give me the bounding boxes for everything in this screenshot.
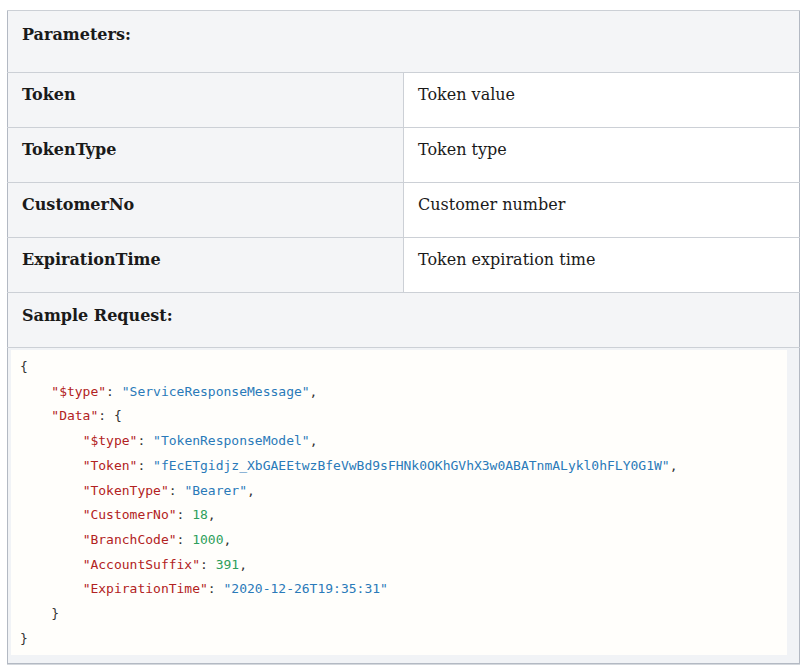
documentation-section: Parameters: Token Token value TokenType … bbox=[0, 0, 808, 671]
sample-request-code-row: { "$type": "ServiceResponseMessage", "Da… bbox=[8, 348, 800, 664]
parameters-header-row: Parameters: bbox=[8, 11, 800, 73]
sample-request-code-block: { "$type": "ServiceResponseMessage", "Da… bbox=[11, 350, 787, 655]
code-line: "Data": { bbox=[20, 408, 122, 423]
table-row: CustomerNo Customer number bbox=[8, 183, 800, 238]
code-line: "CustomerNo": 18, bbox=[20, 507, 216, 522]
code-line: "ExpirationTime": "2020-12-26T19:35:31" bbox=[20, 581, 388, 596]
code-line: "Token": "fEcETgidjz_XbGAEEtwzBfeVwBd9sF… bbox=[20, 458, 677, 473]
param-name-customerno: CustomerNo bbox=[8, 183, 404, 238]
param-desc-tokentype: Token type bbox=[404, 128, 800, 183]
param-desc-token: Token value bbox=[404, 73, 800, 128]
param-name-tokentype: TokenType bbox=[8, 128, 404, 183]
code-line: "AccountSuffix": 391, bbox=[20, 557, 247, 572]
parameters-table: Parameters: Token Token value TokenType … bbox=[7, 10, 800, 664]
table-row: ExpirationTime Token expiration time bbox=[8, 238, 800, 293]
code-line: "BranchCode": 1000, bbox=[20, 532, 231, 547]
param-desc-customerno: Customer number bbox=[404, 183, 800, 238]
code-line: "TokenType": "Bearer", bbox=[20, 483, 255, 498]
sample-request-header-row: Sample Request: bbox=[8, 293, 800, 348]
parameters-header: Parameters: bbox=[8, 11, 800, 73]
table-row: TokenType Token type bbox=[8, 128, 800, 183]
sample-request-header: Sample Request: bbox=[8, 293, 800, 348]
code-line: { bbox=[20, 359, 28, 374]
code-line: "$type": "TokenResponseModel", bbox=[20, 433, 317, 448]
param-name-expirationtime: ExpirationTime bbox=[8, 238, 404, 293]
code-line: } bbox=[20, 631, 28, 646]
code-line: } bbox=[20, 606, 59, 621]
param-name-token: Token bbox=[8, 73, 404, 128]
param-desc-expirationtime: Token expiration time bbox=[404, 238, 800, 293]
table-row: Token Token value bbox=[8, 73, 800, 128]
code-cell: { "$type": "ServiceResponseMessage", "Da… bbox=[8, 348, 800, 664]
code-line: "$type": "ServiceResponseMessage", bbox=[20, 384, 317, 399]
